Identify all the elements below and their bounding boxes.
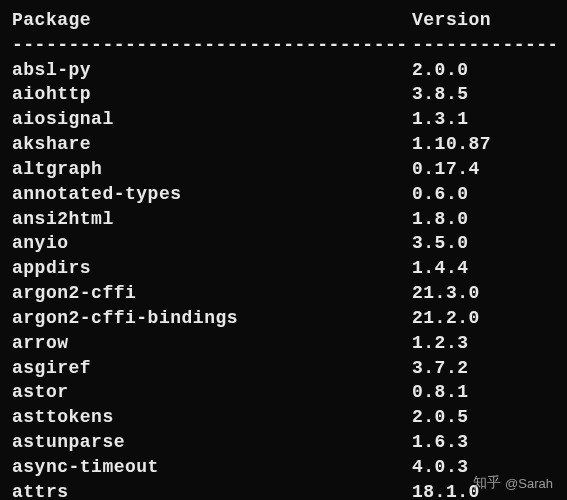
package-version: 0.8.1: [412, 380, 555, 405]
table-row: astor0.8.1: [12, 380, 555, 405]
header-package: Package: [12, 8, 412, 33]
table-row: astunparse1.6.3: [12, 430, 555, 455]
package-version: 0.6.0: [412, 182, 555, 207]
table-row: aiosignal1.3.1: [12, 107, 555, 132]
table-divider-row: ----------------------------------- ----…: [12, 33, 555, 58]
package-name: akshare: [12, 132, 412, 157]
package-name: asgiref: [12, 356, 412, 381]
table-row: appdirs1.4.4: [12, 256, 555, 281]
package-name: aiosignal: [12, 107, 412, 132]
package-name: annotated-types: [12, 182, 412, 207]
package-name: aiohttp: [12, 82, 412, 107]
table-row: annotated-types0.6.0: [12, 182, 555, 207]
package-version: 3.8.5: [412, 82, 555, 107]
package-name: async-timeout: [12, 455, 412, 480]
package-name: asttokens: [12, 405, 412, 430]
package-version: 1.3.1: [412, 107, 555, 132]
header-version: Version: [412, 8, 555, 33]
watermark: 知乎 @Sarah: [473, 474, 553, 492]
package-version: 21.2.0: [412, 306, 555, 331]
package-version: 3.7.2: [412, 356, 555, 381]
package-version: 1.2.3: [412, 331, 555, 356]
package-version: 1.10.87: [412, 132, 555, 157]
table-row: arrow1.2.3: [12, 331, 555, 356]
package-name: argon2-cffi-bindings: [12, 306, 412, 331]
zhihu-logo: 知乎: [473, 474, 501, 492]
package-version: 3.5.0: [412, 231, 555, 256]
package-name: appdirs: [12, 256, 412, 281]
watermark-text: @Sarah: [505, 476, 553, 491]
table-row: aiohttp3.8.5: [12, 82, 555, 107]
table-row: absl-py2.0.0: [12, 58, 555, 83]
package-name: arrow: [12, 331, 412, 356]
table-row: altgraph0.17.4: [12, 157, 555, 182]
table-body: absl-py2.0.0aiohttp3.8.5aiosignal1.3.1ak…: [12, 58, 555, 500]
table-header-row: Package Version: [12, 8, 555, 33]
package-name: anyio: [12, 231, 412, 256]
package-version: 21.3.0: [412, 281, 555, 306]
package-name: astunparse: [12, 430, 412, 455]
package-version: 2.0.0: [412, 58, 555, 83]
table-row: argon2-cffi21.3.0: [12, 281, 555, 306]
table-row: asgiref3.7.2: [12, 356, 555, 381]
table-row: akshare1.10.87: [12, 132, 555, 157]
package-name: astor: [12, 380, 412, 405]
package-name: ansi2html: [12, 207, 412, 232]
package-version: 1.6.3: [412, 430, 555, 455]
package-name: attrs: [12, 480, 412, 500]
terminal-output: Package Version ------------------------…: [12, 8, 555, 500]
package-version: 0.17.4: [412, 157, 555, 182]
package-name: argon2-cffi: [12, 281, 412, 306]
table-row: anyio3.5.0: [12, 231, 555, 256]
table-row: asttokens2.0.5: [12, 405, 555, 430]
table-row: argon2-cffi-bindings21.2.0: [12, 306, 555, 331]
package-version: 1.4.4: [412, 256, 555, 281]
package-name: altgraph: [12, 157, 412, 182]
divider-package: -----------------------------------: [12, 33, 412, 58]
package-version: 2.0.5: [412, 405, 555, 430]
table-row: ansi2html1.8.0: [12, 207, 555, 232]
package-version: 1.8.0: [412, 207, 555, 232]
divider-version: -------------: [412, 33, 555, 58]
package-name: absl-py: [12, 58, 412, 83]
